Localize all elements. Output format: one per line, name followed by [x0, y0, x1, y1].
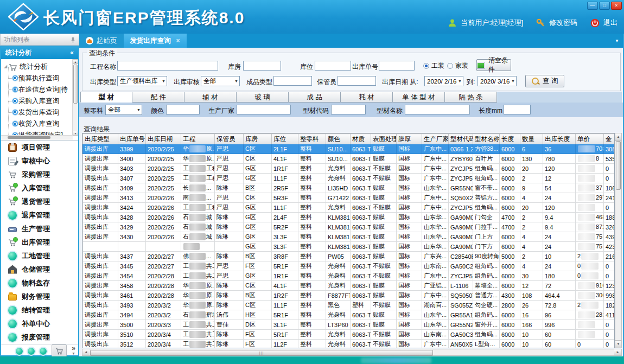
scroll-thumb[interactable]: |||: [90, 350, 433, 356]
table-row[interactable]: 调拨出库34032020/2/25工工程严思G区1R1F整料光身料6063-T5…: [83, 164, 615, 174]
tree-item[interactable]: 发货出库查询: [4, 107, 78, 118]
tree-horizontal-scrollbar[interactable]: [1, 135, 73, 140]
product-type-input[interactable]: [273, 76, 312, 86]
clear-conditions-button[interactable]: 清空条件: [476, 59, 511, 71]
table-row[interactable]: 调拨出库34072020/2/25工工程严思G区1L1F整料光身料6063-T5…: [83, 174, 615, 183]
sidebar-item[interactable]: 财务管理: [1, 290, 78, 303]
column-header[interactable]: 出库长度: [543, 134, 576, 144]
scroll-thumb[interactable]: [8, 136, 50, 139]
material-tab[interactable]: 玻 璃: [237, 92, 289, 103]
order-no-input[interactable]: [379, 61, 415, 71]
column-header[interactable]: 保管员: [215, 134, 244, 144]
table-horizontal-scrollbar[interactable]: ◄ ||| ►: [82, 349, 622, 356]
scroll-thumb[interactable]: [73, 65, 78, 104]
column-header[interactable]: 库位: [272, 134, 298, 144]
column-header[interactable]: 表面处理: [371, 134, 397, 144]
sidebar-item[interactable]: 生产管理: [1, 222, 78, 235]
cart-button[interactable]: [52, 344, 67, 357]
twisty-icon[interactable]: ◢: [4, 61, 7, 73]
sidebar-item[interactable]: 采购管理: [1, 168, 78, 181]
date-to-picker[interactable]: 2020/ 3/16▼: [477, 76, 517, 86]
table-row[interactable]: 调拨出库34582020/2/28华原...陈琳C区4L1F整料光身料6063-…: [83, 281, 615, 291]
tree-item[interactable]: 采购入库查询: [4, 95, 78, 107]
column-header[interactable]: 膜厚: [397, 134, 422, 144]
overflow-chevron[interactable]: »▼: [72, 346, 75, 356]
column-header[interactable]: 金: [604, 134, 615, 144]
table-row[interactable]: 调拨出库34282020/2/26石城陈琳G区2L4F整料KLM38176063…: [83, 213, 615, 222]
warehouse-input[interactable]: [243, 61, 281, 71]
sidebar-item[interactable]: 出库管理: [1, 235, 78, 249]
factory-input[interactable]: [237, 105, 291, 114]
table-row[interactable]: 调拨出库35122020/3/4工共工程陈琳F区1L2F整料光身料6063-T5…: [83, 340, 615, 349]
material-tab[interactable]: 型 材: [80, 92, 132, 103]
table-row[interactable]: 调拨出库34942020/3/2石辉城汤伟H区5R1F整料光身料6063-T5贴…: [83, 310, 615, 320]
scroll-up-icon[interactable]: ▲: [73, 59, 78, 64]
column-header[interactable]: 型材名称: [473, 134, 500, 144]
material-tab[interactable]: 隔 热 条: [445, 92, 497, 103]
material-tab[interactable]: 辅 材: [184, 92, 237, 103]
sidebar-item[interactable]: 退库管理: [1, 208, 78, 222]
out-type-select[interactable]: 生产领料出库▼: [117, 76, 167, 86]
tab-overflow-icon[interactable]: ▼: [615, 39, 619, 43]
minimize-button[interactable]: —: [587, 2, 598, 10]
tree-item[interactable]: 在途信息查询[待: [4, 84, 78, 95]
table-row[interactable]: G区3L3F整料KLM38176063-T5贴膜国标山东华...GA90M09.…: [83, 242, 615, 252]
project-name-input[interactable]: [117, 61, 218, 71]
color-input[interactable]: [166, 105, 200, 114]
column-header[interactable]: 工程: [181, 134, 215, 144]
teal-circle-icon[interactable]: [16, 348, 23, 355]
sidebar-item[interactable]: 工地管理: [1, 249, 78, 263]
sidebar-item[interactable]: 审核中心: [1, 154, 78, 168]
tree-item[interactable]: 预算执行查询: [4, 73, 78, 84]
teal-circle-icon[interactable]: [28, 348, 35, 355]
table-row[interactable]: 调拨出库34932020/3/2华原...陈琳C区1L1F整料黑色塑料不贴膜国标…: [83, 301, 615, 310]
column-header[interactable]: 库房: [244, 134, 272, 144]
logout-link[interactable]: 退出: [603, 18, 617, 28]
scroll-down-icon[interactable]: ▼: [615, 340, 621, 348]
table-vertical-scrollbar[interactable]: ▲ ▼: [615, 133, 622, 348]
column-header[interactable]: 生产厂家: [422, 134, 449, 144]
tree-item[interactable]: 收货入库查询: [4, 118, 78, 130]
sidebar-item[interactable]: 物料盘存: [1, 276, 78, 290]
table-row[interactable]: 调拨出库34542020/2/28工共工程严思G区1R1F整料光身料6063-T…: [83, 271, 615, 281]
location-input[interactable]: [315, 61, 351, 71]
table-row[interactable]: 调拨出库34292020/2/26石城陈琳G区5R2F整料KLM38176063…: [83, 222, 615, 232]
table-row[interactable]: 调拨出库34132020/2/26南...严思C区5R3F整料G71422606…: [83, 193, 615, 203]
sidebar-item[interactable]: 仓储管理: [1, 263, 78, 276]
sidebar-item[interactable]: 项目管理: [1, 141, 78, 154]
column-header[interactable]: 整零料: [298, 134, 326, 144]
scroll-right-icon[interactable]: ►: [614, 349, 621, 355]
tab-shipment-query[interactable]: 发货出库查询 ×: [124, 34, 187, 48]
scroll-down-icon[interactable]: ▼: [73, 131, 78, 136]
tab-home[interactable]: 起始页: [79, 34, 124, 48]
column-header[interactable]: 出库日期: [146, 134, 181, 144]
sidebar-item[interactable]: 补单中心: [1, 317, 78, 330]
collapse-icon[interactable]: «: [70, 47, 74, 59]
tree-vertical-scrollbar[interactable]: ▲ ▼: [72, 59, 78, 136]
material-tab[interactable]: 配 件: [132, 92, 184, 103]
zhengliao-select[interactable]: 全部▼: [105, 105, 142, 115]
search-button[interactable]: 查 询: [525, 75, 564, 87]
column-header[interactable]: 长度: [500, 134, 520, 144]
column-header[interactable]: 出库类型: [83, 134, 118, 144]
table-row[interactable]: 调拨出库35102020/3/4工共工程陈琳F区5R1F整料光身料6063-T5…: [83, 330, 615, 340]
scroll-up-icon[interactable]: ▲: [615, 133, 621, 141]
material-tab[interactable]: 耗 材: [341, 92, 393, 103]
radio-gongzhuang[interactable]: 工装: [423, 61, 444, 71]
column-header[interactable]: 数量: [520, 134, 543, 144]
close-button[interactable]: ×: [611, 2, 622, 10]
table-row[interactable]: 调拨出库34372020/2/27佛...陈琳B区3R8F整料PW056063-…: [83, 252, 615, 261]
column-header[interactable]: 单价: [576, 134, 604, 144]
maximize-button[interactable]: □: [599, 2, 610, 10]
sidebar-item[interactable]: 退货管理: [1, 195, 78, 208]
table-row[interactable]: 调拨出库35002020/3/3工共工程曹佳D区3L1F整料LT3P606063…: [83, 320, 615, 330]
tree-root-stats[interactable]: ◢ 统计分析: [4, 61, 78, 73]
sidebar-item[interactable]: 报废管理: [1, 330, 78, 344]
table-row[interactable]: 调拨出库33992020/2/25华原...严思C区2L1F整料SU10...6…: [83, 144, 615, 154]
table-row[interactable]: 调拨出库34612020/2/28华原...陈琳B区1R2F整料F8877FT6…: [83, 291, 615, 301]
material-tab[interactable]: 单 体 型 材: [393, 92, 445, 103]
table-row[interactable]: 调拨出库34092020/2/25长...陈琳B区2R5F整料LI35HD606…: [83, 183, 615, 193]
keeper-input[interactable]: [338, 76, 376, 86]
table-row[interactable]: 调拨出库34002020/2/25华原...严思C区4L1F整料SU10...6…: [83, 154, 615, 164]
column-header[interactable]: 颜色: [326, 134, 351, 144]
